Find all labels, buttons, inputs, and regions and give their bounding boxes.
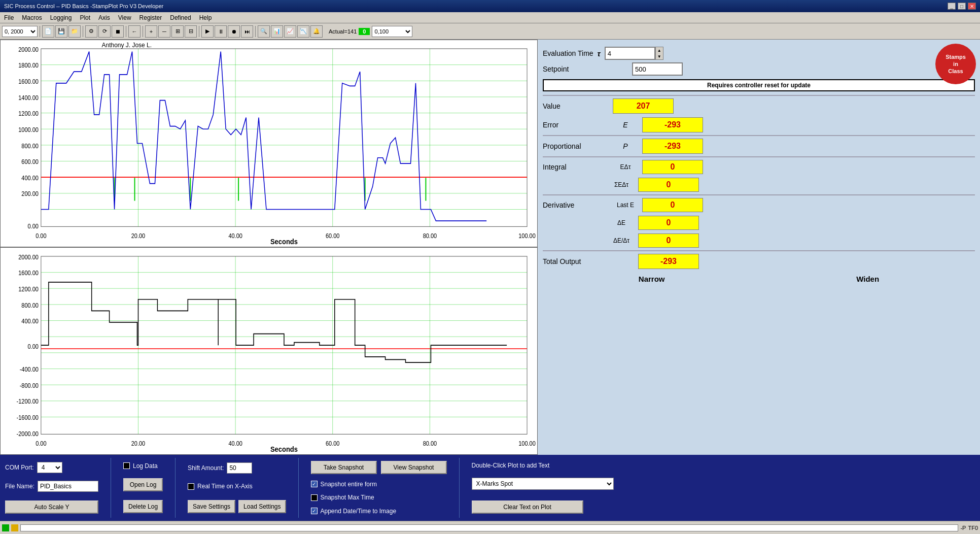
chart-bottom-svg: 2000.00 1600.00 1200.00 800.00 400.00 0.…	[1, 248, 537, 454]
load-settings-button[interactable]: Load Settings	[238, 500, 286, 513]
svg-text:20.00: 20.00	[131, 440, 146, 447]
derivative-text2: 0	[667, 218, 671, 227]
text-dropdown[interactable]: X-Marks Spot	[472, 478, 614, 490]
append-date-time-label: Append Date/Time to Image	[321, 508, 397, 515]
eval-time-spinner[interactable]: ▲ ▼	[655, 47, 663, 60]
com-port-row: COM Port: 4	[5, 462, 98, 473]
toolbar-btn-15[interactable]: ⏭	[241, 25, 253, 38]
menu-logging[interactable]: Logging	[46, 12, 76, 23]
status-scrollbar[interactable]	[20, 524, 958, 531]
proportional-display: -293	[642, 139, 703, 154]
file-name-input[interactable]	[38, 481, 98, 492]
menu-view[interactable]: View	[114, 12, 135, 23]
svg-text:40.00: 40.00	[228, 232, 242, 239]
total-output-display: -293	[638, 254, 699, 269]
narrow-button[interactable]: Narrow	[628, 274, 675, 284]
toolbar-btn-17[interactable]: 📊	[271, 25, 283, 38]
integral-symbol1: EΔτ	[613, 163, 638, 171]
menu-bar: File Macros Logging Plot Axis View Regis…	[0, 12, 980, 23]
real-time-row: Real Time on X-Axis	[188, 483, 286, 490]
auto-scale-y-button[interactable]: Auto Scale Y	[5, 500, 98, 514]
proportional-row: Proportional P -293	[543, 139, 975, 154]
derivative-symbol1: Last E	[613, 202, 638, 209]
com-port-select[interactable]: 4	[37, 462, 62, 473]
take-snapshot-button[interactable]: Take Snapshot	[311, 461, 377, 474]
minimize-button[interactable]: _	[948, 3, 956, 10]
toolbar-btn-20[interactable]: 🔔	[310, 25, 323, 38]
com-port-section: COM Port: 4 File Name: Auto Scale Y	[5, 458, 98, 518]
setpoint-input[interactable]	[632, 62, 683, 76]
svg-text:60.00: 60.00	[326, 232, 340, 239]
position-select[interactable]: 0, 2000	[2, 26, 38, 37]
snapshot-entire-form-row: Snapshot entire form	[311, 481, 447, 488]
shift-amount-row: Shift Amount:	[188, 462, 286, 474]
integral-sub-row: ΣEΔτ 0	[543, 178, 975, 192]
clear-text-button[interactable]: Clear Text on Plot	[472, 500, 583, 514]
menu-axis[interactable]: Axis	[94, 12, 114, 23]
snapshot-section: Take Snapshot View Snapshot Snapshot ent…	[311, 458, 447, 518]
div-2	[175, 458, 176, 518]
view-snapshot-button[interactable]: View Snapshot	[381, 461, 447, 474]
toolbar-btn-19[interactable]: 📉	[297, 25, 309, 38]
snapshot-buttons-row: Take Snapshot View Snapshot	[311, 461, 447, 474]
toolbar-btn-4[interactable]: ⚙	[85, 25, 97, 38]
total-output-row: Total Output -293	[543, 254, 975, 269]
menu-help[interactable]: Help	[195, 12, 216, 23]
total-output-label: Total Output	[543, 257, 609, 265]
toolbar-btn-1[interactable]: 📄	[42, 25, 54, 38]
shift-amount-input[interactable]	[227, 462, 252, 474]
close-button[interactable]: ✕	[968, 3, 976, 10]
toolbar-btn-6[interactable]: ⏹	[112, 25, 124, 38]
proportional-text: -293	[664, 142, 681, 151]
menu-plot[interactable]: Plot	[76, 12, 94, 23]
chart-top[interactable]: Anthony J. Jose L.	[0, 40, 538, 247]
derivative-symbol3: ΔE/Δτ	[609, 237, 634, 244]
value-display: 207	[613, 98, 674, 114]
menu-macros[interactable]: Macros	[18, 12, 46, 23]
divider-1	[543, 95, 975, 96]
toolbar-btn-9[interactable]: ─	[158, 25, 170, 38]
file-name-label: File Name:	[5, 483, 34, 490]
svg-text:20.00: 20.00	[131, 232, 146, 239]
toolbar-btn-18[interactable]: 📈	[284, 25, 296, 38]
derivative-text1: 0	[671, 201, 675, 210]
toolbar-btn-5[interactable]: ⟳	[98, 25, 111, 38]
snapshot-max-time-checkbox[interactable]	[311, 494, 318, 501]
toolbar-btn-12[interactable]: ▶	[201, 25, 214, 38]
window-controls[interactable]: _ □ ✕	[948, 3, 976, 10]
svg-text:1200.00: 1200.00	[18, 285, 39, 292]
toolbar-btn-16[interactable]: 🔍	[258, 25, 270, 38]
maximize-button[interactable]: □	[958, 3, 966, 10]
toolbar-btn-7[interactable]: ←	[128, 25, 141, 38]
window-title: SIC Process Control -- PID Basics -Stamp…	[4, 3, 163, 9]
widen-button[interactable]: Widen	[846, 274, 889, 284]
toolbar-btn-14[interactable]: ⏺	[228, 25, 240, 38]
snapshot-entire-form-checkbox[interactable]	[311, 481, 318, 487]
append-date-time-checkbox[interactable]	[311, 508, 318, 514]
eval-time-input[interactable]	[605, 47, 655, 60]
status-tf-label: TF0	[968, 525, 978, 531]
toolbar-btn-8[interactable]: +	[145, 25, 157, 38]
menu-file[interactable]: File	[0, 12, 18, 23]
menu-register[interactable]: Register	[135, 12, 166, 23]
derivative-text3: 0	[667, 236, 671, 245]
delete-log-button[interactable]: Delete Log	[123, 500, 163, 513]
toolbar-btn-10[interactable]: ⊞	[171, 25, 184, 38]
svg-text:400.00: 400.00	[21, 318, 39, 325]
total-output-text: -293	[660, 257, 677, 266]
open-log-button[interactable]: Open Log	[123, 478, 163, 491]
toolbar-btn-3[interactable]: 📁	[68, 25, 81, 38]
toolbar-btn-11[interactable]: ⊟	[185, 25, 197, 38]
toolbar-btn-13[interactable]: ⏸	[215, 25, 227, 38]
svg-text:80.00: 80.00	[423, 440, 437, 447]
toolbar-btn-2[interactable]: 💾	[55, 25, 67, 38]
separator-3	[126, 26, 126, 37]
range-select[interactable]: 0,100	[372, 26, 412, 37]
derivative-display3: 0	[638, 233, 699, 248]
real-time-checkbox[interactable]	[188, 483, 194, 490]
save-settings-button[interactable]: Save Settings	[188, 500, 235, 513]
log-section: Log Data Open Log Delete Log	[123, 458, 163, 518]
log-data-checkbox[interactable]	[123, 462, 130, 469]
chart-bottom[interactable]: 2000.00 1600.00 1200.00 800.00 400.00 0.…	[0, 247, 538, 455]
menu-defined[interactable]: Defined	[166, 12, 195, 23]
